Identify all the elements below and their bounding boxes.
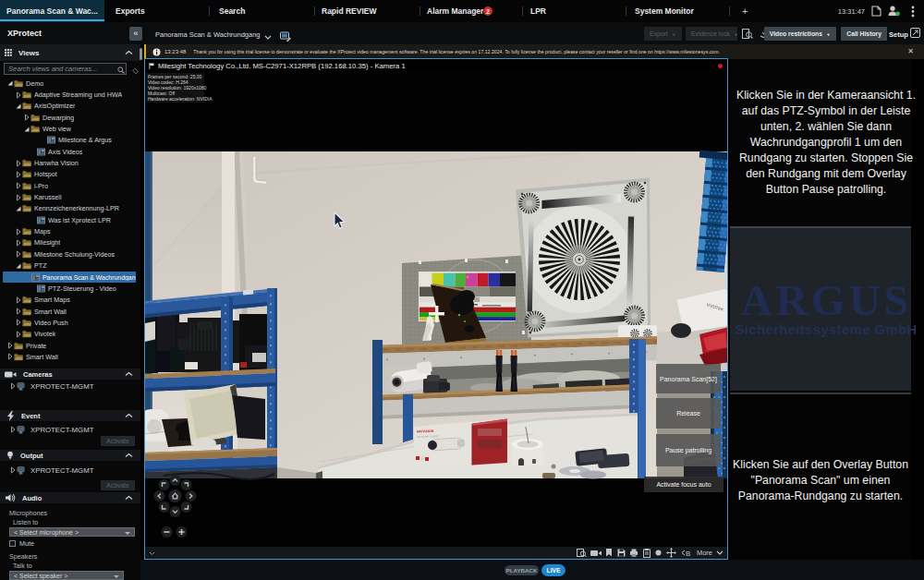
svg-text:HIKVISION: HIKVISION [417,429,434,434]
svg-text:B: B [686,550,690,558]
